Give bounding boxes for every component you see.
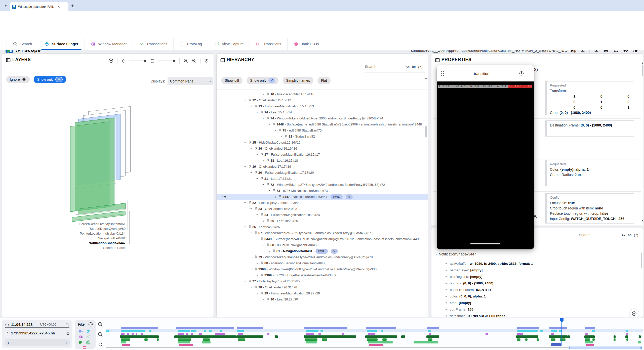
timeline-zoom-out-icon[interactable] [98, 332, 103, 337]
surface-flinger-event[interactable] [121, 330, 145, 332]
transactions-event[interactable] [639, 335, 641, 338]
protolog-event[interactable] [525, 338, 528, 341]
timeline-zoom-in-icon[interactable] [98, 322, 103, 327]
panel-dock-icon[interactable] [435, 58, 440, 63]
pin-icon[interactable] [278, 195, 281, 198]
pin-icon[interactable] [285, 135, 288, 138]
layer-label[interactable]: ScreenDecorOverlay#60 [35, 226, 126, 231]
reset-view-icon[interactable] [204, 58, 209, 63]
pin-icon[interactable] [260, 274, 263, 277]
protolog-event[interactable] [626, 338, 629, 341]
view-capture-event[interactable] [121, 341, 126, 343]
hierarchy-node-10[interactable]: 10 - ImePlaceholder:13:14#10 [217, 91, 428, 97]
hierarchy-node-17[interactable]: ▾17 - FullscreenMagnification:16:16#17 [217, 152, 428, 158]
layer-label[interactable]: NotificationShade#3447 [35, 241, 126, 245]
expand-arrow-icon[interactable]: ▾ [249, 103, 253, 109]
tab-surface-flinger[interactable]: Surface Flinger [38, 38, 85, 50]
copy-icon[interactable] [65, 331, 69, 335]
transactions-event[interactable] [237, 335, 263, 338]
property-row-crop[interactable]: crop:{empty} [431, 299, 643, 306]
property-row-barrierLayer[interactable]: barrierLayer:[empty] [431, 267, 643, 273]
protolog-event[interactable] [178, 338, 191, 341]
surface-flinger-icon[interactable] [86, 329, 91, 334]
displays-dropdown[interactable]: Common Panel ▾ [168, 77, 213, 85]
expand-arrow-icon[interactable]: ▾ [249, 284, 253, 290]
window-manager-event[interactable] [186, 333, 188, 335]
pin-icon[interactable] [254, 231, 257, 234]
hierarchy-node-75[interactable]: ▾75 - ed70f88 StatusBar#75 [217, 127, 428, 134]
protolog-event[interactable] [428, 338, 432, 341]
pin-icon[interactable] [248, 165, 251, 168]
hierarchy-scrollbar[interactable] [425, 126, 427, 138]
view-capture-event[interactable] [414, 341, 438, 343]
tab-transitions[interactable]: Transitions [250, 38, 287, 50]
new-tab-button[interactable]: + [71, 3, 74, 9]
window-manager-icon[interactable] [78, 335, 83, 339]
hierarchy-node-19[interactable]: ▾19 - OneHanded:17:17#19 [217, 164, 428, 170]
properties-root-node[interactable]: ▾ NotificationShade#3447 [435, 252, 476, 256]
hierarchy-node-28[interactable]: ▾28 - OneHanded:26:31#28 [217, 284, 428, 290]
transition-window-header[interactable]: transition _ [437, 65, 534, 81]
ignore-chip[interactable]: Ignore [6, 76, 30, 83]
pin-icon[interactable] [260, 213, 263, 216]
pin-icon[interactable] [272, 123, 275, 126]
info-icon[interactable] [519, 71, 524, 76]
protolog-event[interactable] [121, 338, 130, 341]
transactions-event[interactable] [174, 335, 237, 338]
window-manager-event[interactable] [318, 333, 321, 335]
view-capture-event[interactable] [585, 341, 593, 343]
expand-arrow-icon[interactable]: ▾ [261, 182, 265, 188]
scroll-down-icon[interactable]: ▼ [641, 220, 643, 222]
window-manager-event[interactable] [199, 333, 203, 335]
transactions-event[interactable] [426, 335, 439, 338]
jank-cuj-event[interactable] [551, 343, 561, 346]
browser-tab[interactable]: Winscope | sandbox-FAIL ✕ [10, 2, 68, 11]
expand-arrow-icon[interactable]: ▾ [249, 170, 253, 176]
timeline-cursor-marker[interactable] [560, 318, 564, 322]
currprops-scrollbar[interactable] [641, 253, 642, 268]
human-time-input[interactable]: 11:04:14.228 [11, 323, 32, 327]
timeline-cursor[interactable] [561, 319, 562, 346]
surface-flinger-event[interactable] [306, 330, 318, 332]
expand-arrow-icon[interactable]: ▾ [249, 146, 253, 152]
surface-flinger-event[interactable] [381, 330, 384, 332]
hierarchy-node-20[interactable]: ▾20 - FullscreenMagnification:17:17#20 [217, 170, 428, 176]
tab-transactions[interactable]: Transactions [133, 38, 173, 50]
next-frame-icon[interactable]: › [66, 340, 67, 345]
pin-icon[interactable] [248, 280, 251, 283]
scroll-up-icon[interactable]: ▲ [641, 62, 643, 64]
window-manager-event[interactable] [585, 333, 588, 335]
hierarchy-node-26[interactable]: ▾26 - Leaf:24:25#26 [217, 224, 428, 230]
window-manager-event[interactable] [141, 333, 143, 335]
hierarchy-node-30[interactable]: 30 - Leaf:26:27#30 [217, 296, 428, 302]
expand-arrow-icon[interactable]: ▾ [249, 266, 253, 272]
pin-icon[interactable] [254, 171, 257, 174]
window-manager-event[interactable] [368, 333, 375, 335]
pin-icon[interactable] [266, 93, 269, 96]
pin-icon[interactable] [254, 147, 257, 150]
panel-dock-icon[interactable] [220, 58, 225, 63]
pin-icon[interactable] [266, 183, 269, 186]
scroll-down-icon[interactable]: ▼ [425, 313, 427, 316]
window-manager-event[interactable] [238, 333, 243, 335]
surface-flinger-event[interactable] [517, 330, 538, 332]
pin-icon[interactable] [248, 225, 251, 228]
surface-flinger-event[interactable] [149, 330, 151, 332]
nanosecond-time-input[interactable]: 1715339054227572545 ns [11, 331, 55, 335]
panel-dock-icon[interactable] [6, 58, 11, 63]
pin-icon[interactable] [266, 298, 269, 301]
expand-arrow-icon[interactable]: ▾ [243, 278, 247, 284]
minimize-icon[interactable]: _ [528, 71, 530, 76]
surface-flinger-event[interactable] [320, 330, 323, 332]
transitions-event[interactable] [369, 344, 383, 346]
expand-arrow-icon[interactable]: ▾ [267, 121, 271, 127]
protolog-event[interactable] [537, 338, 539, 341]
surface-flinger-event[interactable] [540, 330, 543, 332]
screen-recording-event[interactable] [304, 327, 347, 329]
property-row-currFrame[interactable]: currFrame:155 [431, 306, 643, 313]
hierarchy-node-73[interactable]: ▾73 - 8736138 NotificationShade#73 [217, 188, 428, 194]
transitions-icon[interactable] [82, 345, 87, 350]
flat-chip[interactable]: Flat [317, 77, 330, 84]
hierarchy-node-74[interactable]: ▾74 - WindowToken{fdddbe6 type=2000 andr… [217, 115, 428, 121]
protolog-event[interactable] [614, 338, 616, 341]
